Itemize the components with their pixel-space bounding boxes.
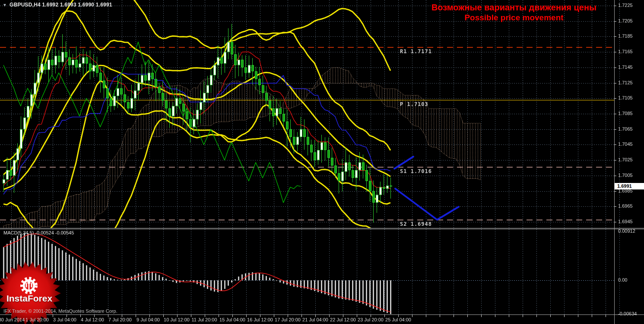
price-tick-label: 1.7045 <box>618 141 633 147</box>
level-label-s2: S2 1.6948 <box>400 221 432 227</box>
price-tick-label: 1.7145 <box>618 64 633 70</box>
chart-title: ▼GBPUSD,H4 1.6992 1.6993 1.6990 1.6991 <box>3 2 112 8</box>
symbol-dropdown-icon[interactable]: ▼ <box>3 3 7 7</box>
time-tick-label: 21 Jul 04:00 <box>302 317 328 322</box>
annotation: Возможные варианты движения цены Possibl… <box>406 3 622 22</box>
price-tick-label: 1.6965 <box>618 203 633 209</box>
time-tick-label: 9 Jul 04:00 <box>136 317 160 322</box>
time-tick-label: 11 Jul 20:00 <box>191 317 217 322</box>
price-tick-label: 1.7105 <box>618 95 633 100</box>
level-label-p: P 1.7103 <box>400 101 428 107</box>
annotation-en: Possible price movement <box>406 13 622 22</box>
price-tick-label: 1.7205 <box>618 18 633 23</box>
time-tick-label: 25 Jul 04:00 <box>385 317 411 322</box>
macd-tick-label: -0.00634 <box>618 311 637 316</box>
time-tick-label: 17 Jul 20:00 <box>275 317 301 322</box>
price-tick-label: 1.7125 <box>618 80 633 85</box>
price-tick-label: 1.7225 <box>618 3 633 8</box>
mt4-chart-window: ▼GBPUSD,H4 1.6992 1.6993 1.6990 1.6991 В… <box>0 0 644 324</box>
time-tick-label: 3 Jul 04:00 <box>53 317 76 322</box>
level-label-s1: S1 1.7016 <box>400 168 432 174</box>
macd-tick-label: 0.00912 <box>618 228 635 234</box>
time-tick-label: 30 Jun 2014 <box>0 317 25 322</box>
price-tick-label: 1.7005 <box>618 173 633 178</box>
instaforex-logo-text: InstaForex <box>1 293 58 304</box>
time-tick-label: 22 Jul 12:00 <box>330 317 356 322</box>
time-tick-label: 4 Jul 12:00 <box>81 317 104 322</box>
price-tick-label: 1.7165 <box>618 49 633 54</box>
time-tick-label: 1 Jul 20:00 <box>25 317 49 322</box>
time-tick-label: 10 Jul 12:00 <box>164 317 190 322</box>
price-tick-label: 1.7185 <box>618 33 633 38</box>
macd-indicator-label: MACD(5,34,5) -0.00524 -0.00545 <box>3 230 74 235</box>
macd-tick-label: 0.00 <box>618 277 627 282</box>
price-tick-label: 1.7025 <box>618 157 633 162</box>
time-tick-label: 16 Jul 12:00 <box>247 317 273 322</box>
annotation-ru: Возможные варианты движения цены <box>406 3 622 13</box>
price-tick-label: 1.7065 <box>618 126 633 132</box>
price-tick-label: 1.6945 <box>618 219 633 224</box>
time-tick-label: 23 Jul 20:00 <box>358 317 384 322</box>
time-tick-label: 15 Jul 04:00 <box>219 317 245 322</box>
copyright-text: IFX Trader, © 2001-2014, MetaQuotes Soft… <box>3 308 117 314</box>
chart-title-text: GBPUSD,H4 1.6992 1.6993 1.6990 1.6991 <box>10 2 112 8</box>
chart-canvas[interactable] <box>0 0 644 324</box>
price-tick-label: 1.7085 <box>618 111 633 116</box>
level-label-r1: R1 1.7171 <box>400 48 432 55</box>
time-tick-label: 7 Jul 20:00 <box>108 317 132 322</box>
price-tick-label: 1.6985 <box>618 188 633 193</box>
